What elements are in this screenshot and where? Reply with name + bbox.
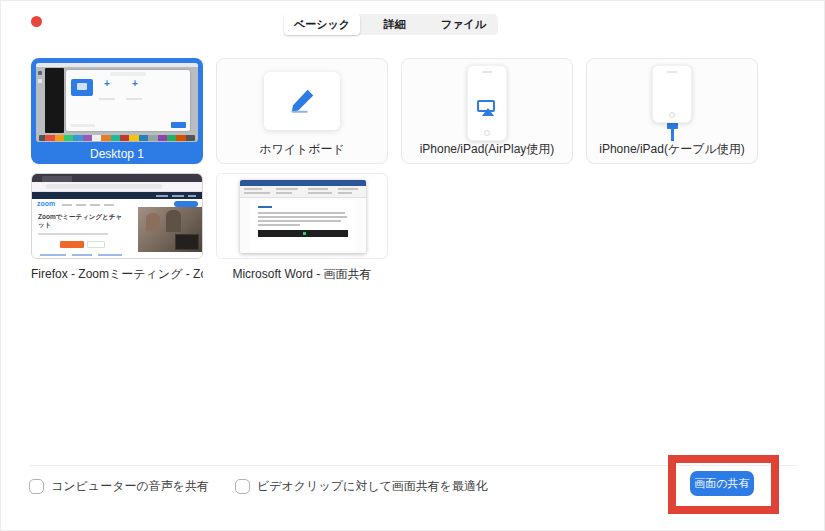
tile-label: Microsoft Word - 画面共有: [216, 266, 388, 283]
tile-label: ホワイトボード: [217, 141, 387, 158]
mini-plus-icon: +: [132, 79, 138, 89]
mini-dock: [39, 135, 195, 141]
tile-firefox-window[interactable]: zoom Zoomでミーティングとチャット Firefox - Zoomミーティ…: [31, 173, 203, 283]
phone-home-button: [484, 130, 490, 136]
mini-tabbar: [110, 72, 146, 76]
tab-basic[interactable]: ベーシック: [284, 14, 360, 35]
firefox-thumbnail: zoom Zoomでミーティングとチャット: [31, 173, 203, 259]
mini-menubar: [36, 63, 198, 67]
iphone-outline: [652, 65, 692, 123]
mini-selected-tile: [71, 79, 93, 96]
word-ribbon: [240, 186, 366, 198]
mini-dark-window: [45, 68, 64, 133]
tile-label: iPhone/iPad(AirPlay使用): [402, 141, 572, 158]
tab-files[interactable]: ファイル: [429, 14, 498, 35]
share-screen-dialog: ベーシック 詳細 ファイル + + Desktop 1: [0, 0, 825, 531]
tile-label: Desktop 1: [31, 147, 203, 161]
close-window-button[interactable]: [31, 16, 42, 27]
pencil-icon: [287, 86, 317, 116]
word-document: [250, 200, 356, 251]
hero-heading: Zoomでミーティングとチャット: [38, 213, 126, 230]
browser-toolbar: [32, 182, 202, 192]
phone-speaker: [667, 71, 677, 73]
word-thumbnail: [216, 173, 388, 259]
mini-share-button: [171, 122, 186, 128]
tile-label: iPhone/iPad(ケーブル使用): [587, 141, 757, 158]
checkbox-label: コンピューターの音声を共有: [51, 478, 209, 495]
hero-subtext: [38, 233, 108, 235]
zoom-logo: zoom: [37, 200, 55, 207]
airplay-icon: [477, 100, 497, 116]
checkbox-box: [235, 479, 250, 494]
cable-plug-icon: [667, 122, 678, 129]
tile-iphone-airplay[interactable]: iPhone/iPad(AirPlay使用): [401, 58, 573, 164]
cable-cord: [671, 129, 674, 141]
checkbox-optimize-video-clip[interactable]: ビデオクリップに対して画面共有を最適化: [235, 478, 488, 495]
footer-options: コンピューターの音声を共有 ビデオクリップに対して画面共有を最適化: [29, 478, 488, 495]
tab-advanced[interactable]: 詳細: [360, 14, 429, 35]
phone-graphic: [587, 59, 757, 141]
tile-iphone-cable[interactable]: iPhone/iPad(ケーブル使用): [586, 58, 758, 164]
tile-label: Firefox - Zoomミーティング - Zoom...: [31, 266, 203, 283]
mini-plus-icon: +: [104, 79, 110, 89]
hero-photo: [138, 207, 202, 252]
tile-word-window[interactable]: Microsoft Word - 画面共有: [216, 173, 388, 283]
share-screen-button[interactable]: 画面の共有: [690, 471, 754, 496]
whiteboard-card: [264, 72, 340, 130]
checkbox-share-computer-sound[interactable]: コンピューターの音声を共有: [29, 478, 209, 495]
mini-desktop-icon: [38, 79, 42, 83]
zoom-webpage: zoom Zoomでミーティングとチャット: [32, 199, 202, 258]
mini-caption: [126, 98, 142, 100]
desktop-1-thumbnail: + +: [36, 63, 198, 142]
phone-speaker: [482, 71, 492, 73]
doc-heading-line: [258, 206, 272, 208]
hero-ghost-button: [87, 241, 105, 248]
tile-whiteboard[interactable]: ホワイトボード: [216, 58, 388, 164]
phone-home-button: [669, 112, 675, 118]
mini-desktop-icon: [38, 71, 42, 75]
tile-desktop-1[interactable]: + + Desktop 1: [31, 58, 203, 164]
mini-share-dialog: + +: [66, 70, 190, 131]
iphone-outline: [467, 65, 507, 141]
hero-orange-button: [60, 241, 84, 248]
mini-footer-text: [71, 124, 95, 127]
doc-image-strip: [258, 230, 348, 237]
phone-graphic: [402, 59, 572, 141]
checkbox-box: [29, 479, 44, 494]
mini-caption: [99, 98, 115, 100]
share-mode-tabs: ベーシック 詳細 ファイル: [284, 14, 498, 35]
checkbox-label: ビデオクリップに対して画面共有を最適化: [257, 478, 488, 495]
browser-tabbar: [32, 174, 202, 182]
word-window: [240, 180, 366, 253]
